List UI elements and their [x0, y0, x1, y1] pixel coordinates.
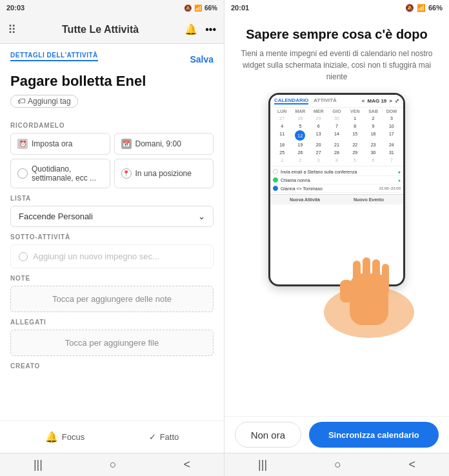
app-header: ⠿ Tutte Le Attività 🔔 •••	[0, 15, 224, 44]
right-status-bar: 20:01 🔕 📶 66%	[224, 0, 449, 15]
location-option[interactable]: 📍 In una posizione	[114, 159, 214, 188]
repeat-option[interactable]: ↻ Quotidiano, settimanale, ecc ...	[10, 159, 110, 188]
cal-cell[interactable]: 30	[328, 115, 346, 122]
cal-cell[interactable]: 16	[364, 130, 382, 141]
subtask-input[interactable]: Aggiungi un nuovo impegno sec...	[10, 244, 214, 268]
menu-icon[interactable]: ⠿	[8, 23, 16, 37]
left-menu-nav[interactable]: |||	[34, 458, 43, 471]
svg-rect-6	[340, 280, 353, 302]
right-menu-nav[interactable]: |||	[258, 458, 267, 471]
hand-graphic	[317, 209, 421, 338]
cal-tabs: CALENDARIO ATTIVITÀ	[274, 97, 337, 104]
done-item[interactable]: ✓ Fatto	[149, 432, 179, 442]
cal-cell[interactable]: 5	[291, 123, 309, 130]
left-home-nav[interactable]: ○	[110, 458, 117, 471]
cal-cell[interactable]: 30	[364, 149, 382, 156]
event-1-text: Invia email a Stefano sulla conferenza	[281, 170, 357, 174]
cal-cell[interactable]: 6	[310, 123, 328, 130]
next-month-icon[interactable]: >	[389, 98, 392, 104]
calendar-header: CALENDARIO ATTIVITÀ < MAG 19 > ⤢	[270, 95, 403, 108]
list-dropdown[interactable]: Faccende Personali ⌄	[10, 206, 214, 227]
prev-month-icon[interactable]: <	[362, 98, 365, 104]
cal-cell[interactable]: 17	[383, 130, 401, 141]
event-2-icon: ●	[398, 178, 401, 183]
cal-cell[interactable]: 2	[291, 157, 309, 164]
focus-item[interactable]: 🔔 Focus	[45, 431, 85, 443]
day-gio: GIO	[328, 109, 346, 114]
cal-cell[interactable]: 29	[346, 149, 364, 156]
cal-cell[interactable]: 11	[273, 130, 291, 141]
new-event-btn[interactable]: Nuovo Evento	[354, 197, 384, 202]
right-home-nav[interactable]: ○	[334, 458, 341, 471]
cal-cell[interactable]: 31	[383, 149, 401, 156]
task-title[interactable]: Pagare bolletta Enel	[10, 73, 214, 90]
day-ven: VEN	[346, 109, 364, 114]
cal-cell[interactable]: 7	[328, 123, 346, 130]
cal-cell[interactable]: 27	[273, 115, 291, 122]
cal-cell[interactable]: 3	[310, 157, 328, 164]
sync-button[interactable]: Sincronizza calendario	[309, 422, 439, 448]
more-icon[interactable]: •••	[205, 24, 216, 35]
cal-cell[interactable]: 8	[346, 123, 364, 130]
save-button[interactable]: Salva	[190, 54, 214, 64]
cal-cell[interactable]: 18	[273, 141, 291, 148]
notes-button[interactable]: Tocca per aggiungere delle note	[10, 286, 214, 312]
cal-cell[interactable]: 22	[346, 141, 364, 148]
cal-cell[interactable]: 26	[291, 149, 309, 156]
non-ora-button[interactable]: Non ora	[235, 422, 301, 448]
event-2: Chiama nonna ●	[273, 176, 401, 184]
cal-cell[interactable]: 9	[364, 123, 382, 130]
attachments-section: ALLEGATI Tocca per aggiungere file	[10, 319, 214, 356]
cal-cell[interactable]: 3	[383, 115, 401, 122]
notification-icon[interactable]: 🔔	[185, 23, 197, 35]
tag-icon: 🏷	[17, 97, 25, 106]
cal-cell[interactable]: 4	[273, 123, 291, 130]
cal-cell[interactable]: 23	[364, 141, 382, 148]
cal-cell[interactable]: 27	[310, 149, 328, 156]
left-back-nav[interactable]: <	[184, 458, 191, 471]
left-content: DETTAGLI DELL'ATTIVITÀ Salva Pagare boll…	[0, 44, 224, 421]
reminder-section: RICORDAMELO ⏰ Imposta ora 📅 Domani, 9:00…	[10, 122, 214, 188]
notes-section: NOTE Tocca per aggiungere delle note	[10, 275, 214, 312]
cal-cell[interactable]: 5	[346, 157, 364, 164]
add-tag-button[interactable]: 🏷 Aggiungi tag	[10, 95, 78, 108]
cal-cell[interactable]: 1	[273, 157, 291, 164]
cal-cell[interactable]: 29	[310, 115, 328, 122]
cal-cell[interactable]: 28	[291, 115, 309, 122]
tomorrow-label: Domani, 9:00	[135, 139, 181, 148]
cal-cell[interactable]: 15	[346, 130, 364, 141]
right-nav-bar: ||| ○ <	[224, 453, 449, 476]
done-label: Fatto	[160, 432, 179, 442]
cal-cell[interactable]: 4	[328, 157, 346, 164]
cal-cell[interactable]: 19	[291, 141, 309, 148]
new-activity-btn[interactable]: Nuova Attività	[290, 197, 320, 202]
detail-label: DETTAGLI DELL'ATTIVITÀ	[10, 52, 98, 61]
event-dot-1	[273, 169, 278, 174]
cal-cell[interactable]: 28	[328, 149, 346, 156]
right-back-nav[interactable]: <	[408, 458, 415, 471]
cal-cell[interactable]: 20	[310, 141, 328, 148]
cal-cell[interactable]: 24	[383, 141, 401, 148]
wifi-icon: 📶	[194, 5, 202, 12]
cal-cell[interactable]: 2	[364, 115, 382, 122]
event-3-text: Gianna <> Tommaso	[281, 186, 323, 191]
cal-cell[interactable]: 1	[346, 115, 364, 122]
subtask-placeholder: Aggiungi un nuovo impegno sec...	[33, 252, 159, 261]
cal-cell[interactable]: 10	[383, 123, 401, 130]
cal-cell[interactable]: 25	[273, 149, 291, 156]
cal-cell[interactable]: 6	[364, 157, 382, 164]
cal-grid: LUN MAR MER GIO VEN SAB DOM 27 28 29 30	[270, 108, 403, 166]
tomorrow-option[interactable]: 📅 Domani, 9:00	[114, 133, 214, 155]
bell-icon: 🔔	[45, 431, 58, 443]
cal-cell-today[interactable]: 12	[295, 130, 305, 141]
set-time-option[interactable]: ⏰ Imposta ora	[10, 133, 110, 155]
cal-cell[interactable]: 7	[383, 157, 401, 164]
cal-cell[interactable]: 14	[328, 130, 346, 141]
cal-cell[interactable]: 13	[310, 130, 328, 141]
expand-icon[interactable]: ⤢	[395, 98, 399, 104]
left-status-bar: 20:03 🔕 📶 66%	[0, 0, 224, 15]
day-dom: DOM	[383, 109, 401, 114]
attachments-button[interactable]: Tocca per aggiungere file	[10, 330, 214, 356]
cal-cell[interactable]: 21	[328, 141, 346, 148]
right-wifi-icon: 📶	[417, 4, 426, 12]
